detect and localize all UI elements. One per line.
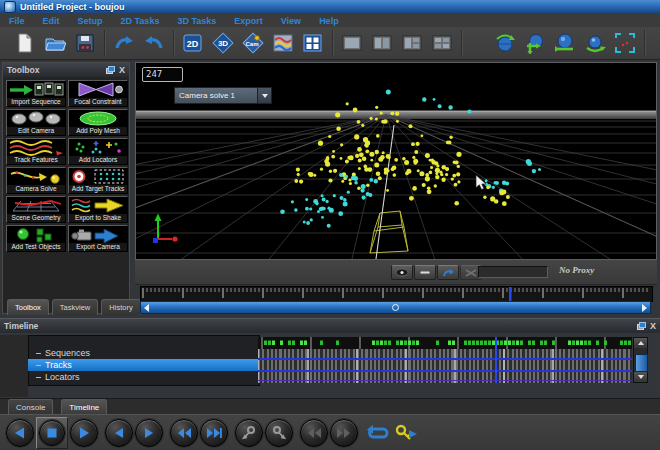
scroll-left-icon[interactable] — [144, 304, 149, 312]
timeline-gutter — [0, 335, 28, 397]
scroll-up-icon[interactable] — [634, 338, 647, 348]
layout-group — [333, 30, 462, 56]
close-icon[interactable]: X — [650, 322, 656, 330]
view-blend-icon[interactable] — [271, 31, 295, 55]
tree-expander-icon[interactable] — [36, 377, 41, 378]
float-panel-icon[interactable] — [637, 322, 646, 330]
tab-history[interactable]: History — [101, 299, 140, 315]
viewport-3d[interactable]: 247 Camera solve 1 — [135, 62, 657, 260]
mouse-cursor — [476, 175, 486, 190]
menu-edit[interactable]: Edit — [34, 16, 69, 26]
timeline-grid[interactable] — [258, 349, 632, 383]
toolbox-title: Toolbox — [7, 65, 106, 75]
close-icon[interactable]: X — [119, 66, 125, 74]
nav-orbit-icon[interactable] — [493, 31, 517, 55]
refresh-view-button[interactable] — [437, 265, 459, 280]
undo-group — [105, 30, 174, 56]
jump-forward-button[interactable] — [330, 419, 358, 447]
menu-2d-tasks[interactable]: 2D Tasks — [112, 16, 169, 26]
tab-taskview[interactable]: Taskview — [52, 299, 98, 315]
menu-3d-tasks[interactable]: 3D Tasks — [168, 16, 225, 26]
export-to-shake-button[interactable]: Export to Shake — [68, 196, 128, 223]
tree-expander-icon[interactable] — [36, 353, 41, 354]
stop-button[interactable] — [39, 420, 65, 446]
open-icon[interactable] — [43, 31, 67, 55]
timeline-header[interactable]: Timeline X — [0, 319, 660, 333]
add-test-objects-button[interactable]: Add Test Objects — [6, 225, 66, 252]
layout-quad-icon[interactable] — [430, 31, 454, 55]
scene-geometry-button[interactable]: Scene Geometry — [6, 196, 66, 223]
proxy-strip — [478, 266, 548, 278]
keyframe-row[interactable] — [258, 337, 632, 349]
display-toggle-button[interactable] — [391, 265, 413, 280]
step-forward-button[interactable] — [135, 419, 163, 447]
nav-dolly-icon[interactable] — [553, 31, 577, 55]
frame-ruler[interactable] — [140, 286, 653, 302]
tree-expander-icon[interactable] — [36, 365, 41, 366]
vscroll-thumb[interactable] — [635, 354, 648, 372]
play-reverse-button[interactable] — [6, 419, 34, 447]
stop-button-plate — [36, 417, 68, 449]
toolbox-header[interactable]: Toolbox X — [3, 63, 129, 77]
timeline-playhead[interactable] — [495, 337, 497, 383]
menu-file[interactable]: File — [0, 16, 34, 26]
set-key-button[interactable] — [393, 420, 419, 446]
camera-solve-button[interactable]: Camera Solve — [6, 167, 66, 194]
add-target-tracks-button[interactable]: Add Target Tracks — [68, 167, 128, 194]
track-features-button[interactable]: Track Features — [6, 138, 66, 165]
export-camera-button[interactable]: Export Camera — [68, 225, 128, 252]
scroll-right-icon[interactable] — [642, 304, 647, 312]
new-icon[interactable] — [13, 31, 37, 55]
layout-three-icon[interactable] — [400, 31, 424, 55]
undo-icon[interactable] — [112, 31, 136, 55]
float-panel-icon[interactable] — [106, 66, 115, 74]
tab-toolbox[interactable]: Toolbox — [7, 299, 49, 315]
menu-view[interactable]: View — [272, 16, 310, 26]
redo-icon[interactable] — [142, 31, 166, 55]
titlebar[interactable]: Untitled Project - boujou — [0, 0, 660, 14]
tab-console[interactable]: Console — [8, 399, 53, 414]
focal-constraint-button[interactable]: Focal Constraint — [68, 80, 128, 107]
view-2d-icon[interactable]: 2D — [181, 31, 205, 55]
track-row-sequences[interactable]: Sequences — [28, 347, 258, 359]
nav-look-icon[interactable] — [583, 31, 607, 55]
layout-two-icon[interactable] — [370, 31, 394, 55]
jump-back-button[interactable] — [300, 419, 328, 447]
scroll-down-icon[interactable] — [634, 372, 647, 382]
add-poly-mesh-button[interactable]: Add Poly Mesh — [68, 109, 128, 136]
app-icon — [4, 1, 16, 13]
menu-setup[interactable]: Setup — [69, 16, 112, 26]
go-to-start-button[interactable] — [170, 419, 198, 447]
menu-help[interactable]: Help — [310, 16, 348, 26]
toolbox-panel: Toolbox X Import Sequence Focal Constrai… — [2, 62, 130, 314]
track-row-locators[interactable]: Locators — [28, 371, 258, 383]
play-button[interactable] — [70, 419, 98, 447]
scroll-handle-dot[interactable] — [392, 304, 399, 311]
track-line — [258, 370, 632, 372]
camera-solve-dropdown[interactable]: Camera solve 1 — [174, 87, 272, 104]
frame-selection-icon[interactable] — [613, 31, 637, 55]
nav-pan-icon[interactable] — [523, 31, 547, 55]
import-sequence-button[interactable]: Import Sequence — [6, 80, 66, 107]
add-locators-button[interactable]: Add Locators — [68, 138, 128, 165]
previous-key-button[interactable] — [235, 419, 263, 447]
chevron-down-icon[interactable] — [257, 88, 271, 103]
toolbox-buttons: Import Sequence Focal Constraint Edit Ca… — [6, 80, 128, 252]
view-grid-icon[interactable] — [301, 31, 325, 55]
edit-camera-button[interactable]: Edit Camera — [6, 109, 66, 136]
step-back-button[interactable] — [105, 419, 133, 447]
go-to-end-button[interactable] — [200, 419, 228, 447]
save-icon[interactable] — [73, 31, 97, 55]
timeline-vscrollbar[interactable] — [633, 337, 648, 383]
track-row-tracks[interactable]: Tracks — [28, 359, 258, 371]
viewport-hscrollbar[interactable] — [140, 301, 651, 314]
window-title: Untitled Project - boujou — [20, 2, 125, 12]
loop-button[interactable] — [365, 420, 391, 446]
view-camera-icon[interactable]: Cam — [241, 31, 265, 55]
minus-button[interactable] — [414, 265, 436, 280]
layout-single-icon[interactable] — [340, 31, 364, 55]
view-3d-icon[interactable]: 3D — [211, 31, 235, 55]
tab-timeline[interactable]: Timeline — [61, 399, 107, 414]
menu-export[interactable]: Export — [225, 16, 272, 26]
next-key-button[interactable] — [265, 419, 293, 447]
